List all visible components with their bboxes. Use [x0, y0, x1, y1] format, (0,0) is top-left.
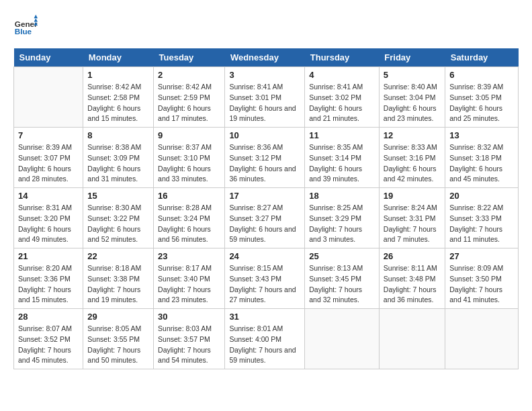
calendar-cell: 29Sunrise: 8:05 AMSunset: 3:55 PMDayligh… [83, 309, 154, 369]
day-number: 22 [87, 251, 149, 261]
calendar-cell: 22Sunrise: 8:18 AMSunset: 3:38 PMDayligh… [83, 248, 154, 309]
day-info: Sunrise: 8:13 AMSunset: 3:45 PMDaylight:… [309, 263, 375, 306]
weekday-header-friday: Friday [379, 48, 445, 67]
calendar-cell: 4Sunrise: 8:41 AMSunset: 3:02 PMDaylight… [305, 67, 380, 128]
calendar-cell: 12Sunrise: 8:33 AMSunset: 3:16 PMDayligh… [379, 128, 445, 188]
calendar-cell: 21Sunrise: 8:20 AMSunset: 3:36 PMDayligh… [14, 248, 83, 309]
day-info: Sunrise: 8:18 AMSunset: 3:38 PMDaylight:… [87, 263, 149, 306]
calendar-cell: 31Sunrise: 8:01 AMSunset: 4:00 PMDayligh… [225, 309, 305, 369]
day-info: Sunrise: 8:25 AMSunset: 3:29 PMDaylight:… [309, 203, 375, 245]
day-info: Sunrise: 8:32 AMSunset: 3:18 PMDaylight:… [449, 142, 514, 185]
calendar-cell: 25Sunrise: 8:13 AMSunset: 3:45 PMDayligh… [305, 248, 380, 309]
day-info: Sunrise: 8:37 AMSunset: 3:10 PMDaylight:… [158, 142, 220, 185]
day-info: Sunrise: 8:24 AMSunset: 3:31 PMDaylight:… [384, 203, 441, 245]
day-number: 23 [158, 251, 220, 261]
day-info: Sunrise: 8:20 AMSunset: 3:36 PMDaylight:… [18, 263, 79, 306]
svg-marker-2 [34, 15, 38, 18]
day-info: Sunrise: 8:11 AMSunset: 3:48 PMDaylight:… [384, 263, 441, 306]
day-number: 29 [87, 312, 149, 322]
day-number: 10 [229, 130, 300, 140]
calendar-week-3: 14Sunrise: 8:31 AMSunset: 3:20 PMDayligh… [14, 188, 519, 248]
calendar-cell: 7Sunrise: 8:39 AMSunset: 3:07 PMDaylight… [14, 128, 83, 188]
calendar-week-4: 21Sunrise: 8:20 AMSunset: 3:36 PMDayligh… [14, 248, 519, 309]
day-number: 11 [309, 130, 375, 140]
calendar-cell: 26Sunrise: 8:11 AMSunset: 3:48 PMDayligh… [379, 248, 445, 309]
calendar-cell: 13Sunrise: 8:32 AMSunset: 3:18 PMDayligh… [445, 128, 519, 188]
day-number: 25 [309, 251, 375, 261]
calendar-cell: 10Sunrise: 8:36 AMSunset: 3:12 PMDayligh… [225, 128, 305, 188]
calendar-cell: 24Sunrise: 8:15 AMSunset: 3:43 PMDayligh… [225, 248, 305, 309]
day-info: Sunrise: 8:42 AMSunset: 2:58 PMDaylight:… [87, 82, 149, 124]
day-number: 3 [229, 70, 300, 80]
day-number: 30 [158, 312, 220, 322]
calendar-cell: 16Sunrise: 8:28 AMSunset: 3:24 PMDayligh… [154, 188, 225, 248]
day-number: 19 [384, 191, 441, 201]
calendar-cell: 8Sunrise: 8:38 AMSunset: 3:09 PMDaylight… [83, 128, 154, 188]
weekday-header-sunday: Sunday [14, 48, 83, 67]
calendar-cell [305, 309, 380, 369]
weekday-header-monday: Monday [83, 48, 154, 67]
day-info: Sunrise: 8:22 AMSunset: 3:33 PMDaylight:… [449, 203, 514, 245]
day-number: 31 [229, 312, 300, 322]
calendar-cell: 28Sunrise: 8:07 AMSunset: 3:52 PMDayligh… [14, 309, 83, 369]
day-number: 15 [87, 191, 149, 201]
day-info: Sunrise: 8:38 AMSunset: 3:09 PMDaylight:… [87, 142, 149, 185]
calendar-cell: 27Sunrise: 8:09 AMSunset: 3:50 PMDayligh… [445, 248, 519, 309]
day-info: Sunrise: 8:31 AMSunset: 3:20 PMDaylight:… [18, 203, 79, 245]
calendar-cell [14, 67, 83, 128]
day-number: 17 [229, 191, 300, 201]
day-info: Sunrise: 8:01 AMSunset: 4:00 PMDaylight:… [229, 324, 300, 366]
day-info: Sunrise: 8:33 AMSunset: 3:16 PMDaylight:… [384, 142, 441, 185]
calendar-cell: 2Sunrise: 8:42 AMSunset: 2:59 PMDaylight… [154, 67, 225, 128]
weekday-header-thursday: Thursday [305, 48, 380, 67]
page-header: General Blue [13, 13, 519, 38]
day-info: Sunrise: 8:27 AMSunset: 3:27 PMDaylight:… [229, 203, 300, 245]
day-number: 24 [229, 251, 300, 261]
day-info: Sunrise: 8:15 AMSunset: 3:43 PMDaylight:… [229, 263, 300, 306]
calendar-cell: 19Sunrise: 8:24 AMSunset: 3:31 PMDayligh… [379, 188, 445, 248]
weekday-header-wednesday: Wednesday [225, 48, 305, 67]
day-number: 26 [384, 251, 441, 261]
calendar-cell: 17Sunrise: 8:27 AMSunset: 3:27 PMDayligh… [225, 188, 305, 248]
day-number: 9 [158, 130, 220, 140]
day-number: 12 [384, 130, 441, 140]
day-number: 4 [309, 70, 375, 80]
calendar-cell: 9Sunrise: 8:37 AMSunset: 3:10 PMDaylight… [154, 128, 225, 188]
day-info: Sunrise: 8:39 AMSunset: 3:05 PMDaylight:… [449, 82, 514, 124]
calendar-cell: 3Sunrise: 8:41 AMSunset: 3:01 PMDaylight… [225, 67, 305, 128]
calendar-header-row: SundayMondayTuesdayWednesdayThursdayFrid… [14, 48, 519, 67]
day-info: Sunrise: 8:39 AMSunset: 3:07 PMDaylight:… [18, 142, 79, 185]
day-info: Sunrise: 8:09 AMSunset: 3:50 PMDaylight:… [449, 263, 514, 306]
day-info: Sunrise: 8:41 AMSunset: 3:01 PMDaylight:… [229, 82, 300, 124]
calendar-cell [379, 309, 445, 369]
day-number: 7 [18, 130, 79, 140]
day-number: 27 [449, 251, 514, 261]
day-number: 21 [18, 251, 79, 261]
day-number: 20 [449, 191, 514, 201]
day-number: 28 [18, 312, 79, 322]
weekday-header-tuesday: Tuesday [154, 48, 225, 67]
day-number: 14 [18, 191, 79, 201]
day-info: Sunrise: 8:17 AMSunset: 3:40 PMDaylight:… [158, 263, 220, 306]
day-info: Sunrise: 8:35 AMSunset: 3:14 PMDaylight:… [309, 142, 375, 185]
calendar-cell: 15Sunrise: 8:30 AMSunset: 3:22 PMDayligh… [83, 188, 154, 248]
day-info: Sunrise: 8:07 AMSunset: 3:52 PMDaylight:… [18, 324, 79, 366]
calendar-week-2: 7Sunrise: 8:39 AMSunset: 3:07 PMDaylight… [14, 128, 519, 188]
day-info: Sunrise: 8:28 AMSunset: 3:24 PMDaylight:… [158, 203, 220, 245]
day-number: 8 [87, 130, 149, 140]
calendar-cell: 5Sunrise: 8:40 AMSunset: 3:04 PMDaylight… [379, 67, 445, 128]
calendar-body: 1Sunrise: 8:42 AMSunset: 2:58 PMDaylight… [14, 67, 519, 369]
weekday-header-saturday: Saturday [445, 48, 519, 67]
calendar-cell: 14Sunrise: 8:31 AMSunset: 3:20 PMDayligh… [14, 188, 83, 248]
calendar-week-5: 28Sunrise: 8:07 AMSunset: 3:52 PMDayligh… [14, 309, 519, 369]
day-number: 5 [384, 70, 441, 80]
calendar-cell: 11Sunrise: 8:35 AMSunset: 3:14 PMDayligh… [305, 128, 380, 188]
day-number: 2 [158, 70, 220, 80]
svg-text:Blue: Blue [15, 27, 32, 36]
calendar-table: SundayMondayTuesdayWednesdayThursdayFrid… [13, 48, 519, 369]
calendar-cell: 23Sunrise: 8:17 AMSunset: 3:40 PMDayligh… [154, 248, 225, 309]
day-number: 6 [449, 70, 514, 80]
day-info: Sunrise: 8:36 AMSunset: 3:12 PMDaylight:… [229, 142, 300, 185]
calendar-cell [445, 309, 519, 369]
day-info: Sunrise: 8:05 AMSunset: 3:55 PMDaylight:… [87, 324, 149, 366]
